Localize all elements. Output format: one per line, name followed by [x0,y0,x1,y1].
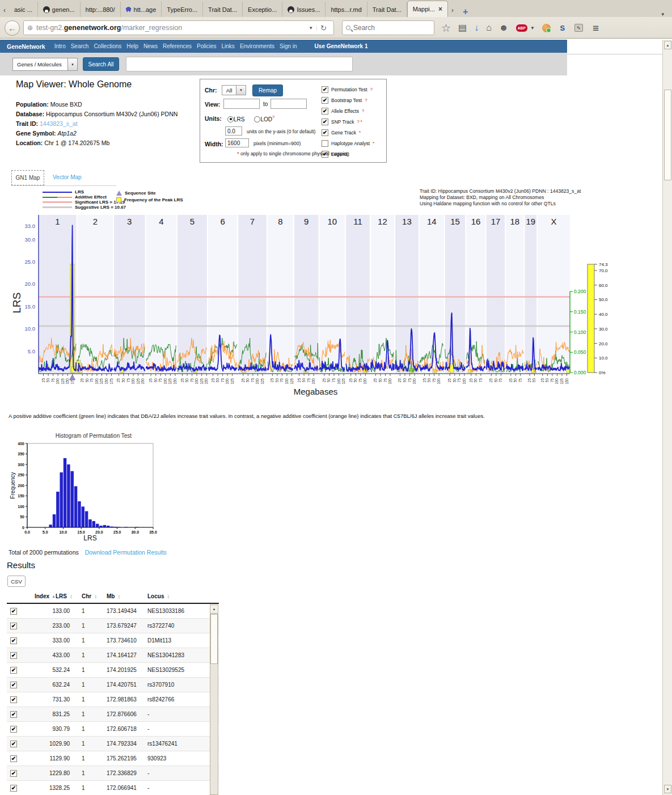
row-checkbox[interactable] [10,755,17,762]
nav-item-help[interactable]: Help [126,43,138,49]
view-to-input[interactable] [271,99,307,109]
category-dropdown-icon[interactable]: ▼ [68,58,78,71]
chr-select-dropdown-icon[interactable]: ▼ [236,85,246,95]
sort-icon[interactable]: ▲▼ [70,594,73,599]
chr-select[interactable]: All [222,85,236,95]
nav-item-collections[interactable]: Collections [94,43,121,49]
browser-tab-htt-age[interactable]: htt...age [121,2,162,17]
nav-item-search[interactable]: Search [71,43,89,49]
url-bar[interactable]: ⊕ test-gn2.genenetwork.org/marker_regres… [23,20,334,35]
column-header-lrs[interactable]: LRS▲▼ [56,593,82,599]
browser-tab-https-r-md[interactable]: https...r.md [326,2,367,17]
page-scroll-up-icon[interactable]: ▲ [664,41,671,49]
nav-item-sign-in[interactable]: Sign in [280,43,297,49]
csv-button[interactable]: CSV [7,576,26,587]
nav-item-news[interactable]: News [143,43,158,49]
nav-item-policies[interactable]: Policies [197,43,216,49]
page-scroll-thumb[interactable] [664,90,671,180]
checkbox-gene-track[interactable] [322,129,328,136]
browser-search-box[interactable] [342,20,434,35]
row-checkbox[interactable] [10,637,17,644]
browser-tab-http-880[interactable]: http:...880/ [81,2,121,17]
tab-gn1-map[interactable]: GN1 Map [11,170,44,185]
width-input[interactable] [225,138,249,147]
row-checkbox[interactable] [10,667,17,674]
table-scroll-up-icon[interactable]: ▲ [210,605,218,614]
yaxis-units-input[interactable] [225,126,242,136]
new-tab-button[interactable]: + [457,7,474,17]
row-checkbox[interactable] [10,682,17,688]
screengrab-icon[interactable]: ✎ [574,24,583,32]
tab-scroll-right-icon[interactable]: › [448,2,457,17]
reading-list-icon[interactable]: ▤ [458,23,467,32]
checkbox-snp-track[interactable] [322,119,328,125]
column-header-index[interactable]: Index▲ [26,593,56,599]
reload-icon[interactable]: ↻ [317,24,330,32]
genenetwork-brand[interactable]: GeneNetwork [7,43,45,50]
row-checkbox[interactable] [10,608,17,615]
checkbox-bootstrap-test[interactable] [322,97,328,104]
row-checkbox[interactable] [10,696,17,703]
download-permutation-link[interactable]: Download Permutation Results [85,549,167,556]
column-header-locus[interactable]: Locus▲▼ [147,593,210,599]
nav-item-intro[interactable]: Intro [54,43,66,49]
browser-tab-trait-dat[interactable]: Trait Dat... [203,2,243,17]
tab-vector-map[interactable]: Vector Map [53,174,82,180]
units-help-icon[interactable]: ? [272,115,274,120]
remap-button[interactable]: Remap [252,84,283,96]
back-button[interactable]: ← [5,20,20,36]
tab-list-dropdown-icon[interactable]: ▾ [657,11,669,17]
row-checkbox[interactable] [10,785,17,792]
sort-icon[interactable]: ▲▼ [117,594,120,599]
field-value[interactable]: 1443823_s_at [40,120,78,127]
sort-icon[interactable]: ▲▼ [94,594,97,599]
bookmark-star-icon[interactable]: ☆ [441,23,451,33]
checkbox-haplotype-analyst[interactable] [322,140,328,147]
home-icon[interactable]: ⌂ [486,23,492,32]
row-checkbox[interactable] [10,726,17,733]
menu-icon[interactable]: ≡ [593,23,599,33]
chat-icon[interactable]: ☻ [499,23,509,32]
table-scroll-thumb[interactable] [210,614,218,664]
search-all-button[interactable]: Search All [83,57,119,71]
category-select[interactable]: Genes / Molecules [12,58,68,71]
adblock-dropdown-icon[interactable]: ▼ [530,26,535,31]
tab-scroll-left-icon[interactable]: ‹ [0,2,9,17]
browser-search-input[interactable] [353,24,421,32]
download-icon[interactable]: ↓ [474,23,479,32]
row-checkbox[interactable] [10,741,17,747]
lod-radio[interactable] [254,116,260,122]
adblock-icon[interactable]: ABP [516,24,527,32]
page-scroll-down-icon[interactable]: ▼ [664,785,671,793]
row-checkbox[interactable] [10,770,17,777]
view-from-input[interactable] [223,99,260,109]
browser-tab-genen[interactable]: genen... [38,2,81,17]
gn-search-input[interactable] [126,57,353,71]
sort-asc-icon[interactable]: ▲ [52,594,56,598]
browser-tab-exceptio[interactable]: Exceptio... [243,2,282,17]
column-header-mb[interactable]: Mb▲▼ [107,593,147,599]
nav-item-links[interactable]: Links [222,43,235,49]
row-checkbox[interactable] [10,711,17,718]
addon-orange-icon[interactable] [542,24,551,32]
site-identity-icon[interactable]: ⊕ [27,24,33,32]
row-checkbox[interactable] [10,623,17,629]
sort-icon[interactable]: ▲▼ [167,594,170,599]
tab-close-icon[interactable]: × [438,5,442,13]
browser-tab-issues[interactable]: Issues... [282,2,326,17]
row-checkbox[interactable] [10,652,17,659]
nav-item-references[interactable]: References [163,43,192,49]
url-dropdown-icon[interactable]: ▼ [305,26,317,31]
browser-tab-trait-dat[interactable]: Trait Dat... [367,2,407,17]
lrs-radio[interactable] [227,116,234,122]
use-genenetwork1-link[interactable]: Use GeneNetwork 1 [315,43,368,49]
browser-tab-mappi[interactable]: Mappi...× [407,1,448,17]
session-manager-icon[interactable]: S [558,23,567,32]
browser-tab-typeerro[interactable]: TypeErro... [162,2,203,17]
page-scrollbar[interactable]: ▲ ▼ [662,40,672,795]
browser-tab-asic[interactable]: asic ... [9,2,38,17]
column-header-chr[interactable]: Chr▲▼ [82,593,107,599]
nav-item-environments[interactable]: Environments [240,43,274,49]
checkbox-allele-effects[interactable] [322,108,328,115]
checkbox-permutation-test[interactable] [322,86,328,93]
